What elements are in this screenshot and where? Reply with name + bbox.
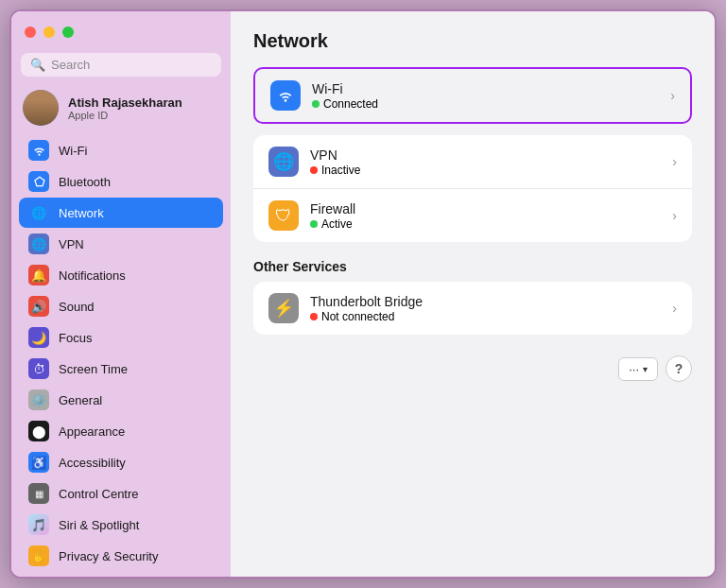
sidebar-item-label-focus: Focus bbox=[59, 331, 92, 345]
user-name: Atish Rajasekharan bbox=[68, 95, 182, 110]
vpn-chevron-icon: › bbox=[672, 154, 677, 169]
close-button[interactable] bbox=[25, 26, 36, 38]
sidebar-item-label-control-centre: Control Centre bbox=[59, 487, 139, 501]
minimize-button[interactable] bbox=[43, 26, 55, 38]
bottom-actions: ··· ▾ ? bbox=[253, 355, 692, 382]
search-placeholder: Search bbox=[51, 58, 90, 72]
main-content: Network Wi-Fi Connected › 🌐 bbox=[231, 11, 715, 577]
titlebar bbox=[11, 11, 231, 53]
sidebar-item-label-screen-time: Screen Time bbox=[59, 362, 128, 376]
vpn-icon-sidebar: 🌐 bbox=[28, 233, 49, 254]
user-profile[interactable]: Atish Rajasekharan Apple ID bbox=[11, 84, 231, 135]
sidebar-item-label-sound: Sound bbox=[59, 300, 95, 314]
sidebar-item-wifi[interactable]: Wi-Fi bbox=[19, 135, 223, 165]
wifi-highlight-card: Wi-Fi Connected › bbox=[253, 67, 692, 124]
thunderbolt-name: Thunderbolt Bridge bbox=[310, 294, 672, 309]
thunderbolt-status-dot bbox=[310, 313, 318, 320]
sidebar-item-label-bluetooth: Bluetooth bbox=[59, 175, 111, 189]
firewall-name: Firewall bbox=[310, 201, 672, 216]
appearance-icon: ⬤ bbox=[28, 421, 49, 441]
thunderbolt-chevron-icon: › bbox=[672, 301, 677, 316]
vpn-status: Inactive bbox=[310, 164, 672, 177]
firewall-status-text: Active bbox=[321, 217, 353, 231]
sidebar-item-appearance[interactable]: ⬤ Appearance bbox=[19, 416, 223, 446]
network-card-group: 🌐 VPN Inactive › 🛡 Firewall Active bbox=[253, 135, 692, 242]
sidebar-item-notifications[interactable]: 🔔 Notifications bbox=[19, 260, 223, 290]
firewall-text: Firewall Active bbox=[310, 201, 672, 231]
notifications-icon: 🔔 bbox=[28, 265, 49, 285]
vpn-name: VPN bbox=[310, 147, 672, 163]
search-icon: 🔍 bbox=[30, 58, 45, 72]
help-button-label: ? bbox=[675, 361, 683, 376]
sidebar-item-siri-spotlight[interactable]: 🎵 Siri & Spotlight bbox=[19, 510, 223, 540]
page-title: Network bbox=[253, 30, 692, 52]
more-button-label: ··· bbox=[629, 362, 639, 376]
main-window: 🔍 Search Atish Rajasekharan Apple ID Wi-… bbox=[9, 9, 717, 579]
wifi-icon bbox=[28, 140, 49, 161]
sidebar-item-general[interactable]: ⚙️ General bbox=[19, 385, 223, 415]
wifi-text: Wi-Fi Connected bbox=[312, 81, 670, 111]
avatar bbox=[23, 90, 59, 126]
thunderbolt-icon: ⚡ bbox=[268, 293, 299, 323]
sidebar: 🔍 Search Atish Rajasekharan Apple ID Wi-… bbox=[11, 11, 231, 577]
sidebar-item-privacy-security[interactable]: ✋ Privacy & Security bbox=[19, 541, 223, 571]
wifi-status: Connected bbox=[312, 97, 670, 111]
sidebar-item-label-accessibility: Accessibility bbox=[59, 456, 126, 470]
network-item-firewall[interactable]: 🛡 Firewall Active › bbox=[253, 189, 692, 242]
thunderbolt-text: Thunderbolt Bridge Not connected bbox=[310, 294, 672, 323]
firewall-status-dot bbox=[310, 220, 318, 228]
wifi-status-text: Connected bbox=[323, 97, 378, 111]
sidebar-item-label-privacy: Privacy & Security bbox=[59, 549, 158, 563]
vpn-status-text: Inactive bbox=[321, 164, 360, 177]
more-chevron-icon: ▾ bbox=[643, 364, 648, 374]
help-button[interactable]: ? bbox=[666, 355, 692, 382]
sidebar-item-sound[interactable]: 🔊 Sound bbox=[19, 291, 223, 321]
firewall-network-icon: 🛡 bbox=[268, 200, 299, 231]
firewall-chevron-icon: › bbox=[672, 208, 677, 223]
sidebar-item-label-appearance: Appearance bbox=[59, 424, 125, 439]
sidebar-item-accessibility[interactable]: ♿ Accessibility bbox=[19, 447, 223, 477]
wifi-network-icon bbox=[270, 80, 301, 111]
network-item-thunderbolt[interactable]: ⚡ Thunderbolt Bridge Not connected › bbox=[253, 282, 692, 335]
sidebar-item-label-vpn: VPN bbox=[59, 237, 84, 251]
other-services-label: Other Services bbox=[253, 259, 692, 274]
sidebar-item-label-general: General bbox=[59, 393, 102, 407]
sidebar-item-label-wifi: Wi-Fi bbox=[59, 144, 87, 158]
network-item-vpn[interactable]: 🌐 VPN Inactive › bbox=[253, 135, 692, 189]
screen-time-icon: ⏱ bbox=[28, 358, 49, 379]
sidebar-list: Wi-Fi ⬠ Bluetooth 🌐 Network 🌐 VPN bbox=[11, 135, 231, 577]
more-button[interactable]: ··· ▾ bbox=[618, 357, 658, 381]
user-info: Atish Rajasekharan Apple ID bbox=[68, 95, 182, 121]
sidebar-item-screen-time[interactable]: ⏱ Screen Time bbox=[19, 354, 223, 384]
general-icon: ⚙️ bbox=[28, 389, 49, 410]
vpn-network-icon: 🌐 bbox=[268, 147, 299, 177]
sidebar-item-label-siri: Siri & Spotlight bbox=[59, 518, 139, 532]
wifi-name: Wi-Fi bbox=[312, 81, 670, 96]
accessibility-icon: ♿ bbox=[28, 452, 49, 473]
control-centre-icon: ▦ bbox=[28, 483, 49, 504]
thunderbolt-status-text: Not connected bbox=[321, 310, 394, 323]
wifi-chevron-icon: › bbox=[670, 88, 675, 103]
user-subtitle: Apple ID bbox=[68, 110, 182, 121]
firewall-status: Active bbox=[310, 217, 672, 231]
wifi-status-dot bbox=[312, 100, 320, 108]
network-icon-sidebar: 🌐 bbox=[28, 202, 49, 223]
siri-icon: 🎵 bbox=[28, 514, 49, 535]
maximize-button[interactable] bbox=[62, 26, 74, 38]
sound-icon: 🔊 bbox=[28, 296, 49, 317]
bluetooth-icon: ⬠ bbox=[28, 171, 49, 192]
sidebar-item-vpn[interactable]: 🌐 VPN bbox=[19, 229, 223, 259]
privacy-icon: ✋ bbox=[28, 545, 49, 566]
focus-icon: 🌙 bbox=[28, 327, 49, 348]
sidebar-item-label-network: Network bbox=[59, 206, 104, 220]
sidebar-item-control-centre[interactable]: ▦ Control Centre bbox=[19, 478, 223, 509]
sidebar-item-network[interactable]: 🌐 Network bbox=[19, 198, 223, 228]
sidebar-item-focus[interactable]: 🌙 Focus bbox=[19, 322, 223, 353]
search-bar[interactable]: 🔍 Search bbox=[21, 53, 221, 77]
sidebar-item-bluetooth[interactable]: ⬠ Bluetooth bbox=[19, 166, 223, 197]
thunderbolt-status: Not connected bbox=[310, 310, 672, 323]
network-item-wifi[interactable]: Wi-Fi Connected › bbox=[255, 69, 690, 122]
sidebar-item-label-notifications: Notifications bbox=[59, 268, 126, 283]
vpn-text: VPN Inactive bbox=[310, 147, 672, 177]
vpn-status-dot bbox=[310, 166, 318, 174]
